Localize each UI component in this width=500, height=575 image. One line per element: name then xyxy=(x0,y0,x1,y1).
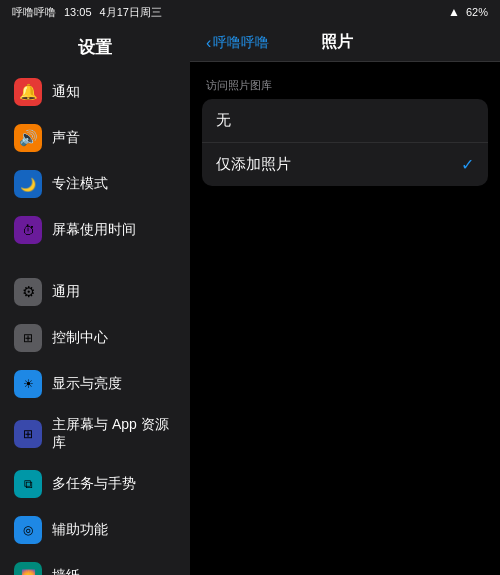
home-screen-label: 主屏幕与 App 资源库 xyxy=(52,416,176,452)
multitasking-label: 多任务与手势 xyxy=(52,475,176,493)
sidebar-item-focus[interactable]: 🌙 专注模式 xyxy=(0,161,190,207)
nav-title: 照片 xyxy=(321,32,353,53)
notifications-label: 通知 xyxy=(52,83,176,101)
wallpaper-label: 墙纸 xyxy=(52,567,176,575)
sidebar-item-control-center[interactable]: ⊞ 控制中心 xyxy=(0,315,190,361)
sidebar-title: 设置 xyxy=(0,24,190,69)
accessibility-icon: ◎ xyxy=(14,516,42,544)
nav-back-button[interactable]: ‹ 呼噜呼噜 xyxy=(206,34,269,52)
accessibility-label: 辅助功能 xyxy=(52,521,176,539)
wallpaper-icon: 🌄 xyxy=(14,562,42,575)
nav-back-label: 呼噜呼噜 xyxy=(213,34,269,52)
right-nav: ‹ 呼噜呼噜 照片 xyxy=(190,24,500,62)
option-add-only[interactable]: 仅添加照片 ✓ xyxy=(202,142,488,186)
sidebar-item-accessibility[interactable]: ◎ 辅助功能 xyxy=(0,507,190,553)
date-label: 4月17日周三 xyxy=(100,5,162,20)
chevron-left-icon: ‹ xyxy=(206,34,211,52)
sidebar-item-notifications[interactable]: 🔔 通知 xyxy=(0,69,190,115)
control-center-label: 控制中心 xyxy=(52,329,176,347)
notifications-icon: 🔔 xyxy=(14,78,42,106)
carrier-label: 呼噜呼噜 xyxy=(12,5,56,20)
checkmark-icon: ✓ xyxy=(461,155,474,174)
option-none-label: 无 xyxy=(216,111,231,130)
status-bar: 呼噜呼噜 13:05 4月17日周三 ▲ 62% xyxy=(0,0,500,24)
right-content: 访问照片图库 无 仅添加照片 ✓ xyxy=(190,62,500,202)
battery-label: 62% xyxy=(466,6,488,18)
sidebar-group-2: ⚙ 通用 ⊞ 控制中心 ☀ 显示与亮度 ⊞ 主屏幕与 App 资源库 ⧉ 多任务… xyxy=(0,269,190,575)
sidebar-item-wallpaper[interactable]: 🌄 墙纸 xyxy=(0,553,190,575)
home-screen-icon: ⊞ xyxy=(14,420,42,448)
sidebar-item-screen-time[interactable]: ⏱ 屏幕使用时间 xyxy=(0,207,190,253)
sidebar-item-sounds[interactable]: 🔊 声音 xyxy=(0,115,190,161)
focus-icon: 🌙 xyxy=(14,170,42,198)
sounds-icon: 🔊 xyxy=(14,124,42,152)
sounds-label: 声音 xyxy=(52,129,176,147)
sidebar: 设置 🔔 通知 🔊 声音 🌙 专注模式 ⏱ 屏幕使用时间 xyxy=(0,24,190,575)
display-icon: ☀ xyxy=(14,370,42,398)
option-group-photo-access: 无 仅添加照片 ✓ xyxy=(202,99,488,186)
screen-time-icon: ⏱ xyxy=(14,216,42,244)
option-add-only-label: 仅添加照片 xyxy=(216,155,291,174)
status-right: ▲ 62% xyxy=(448,5,488,19)
display-label: 显示与亮度 xyxy=(52,375,176,393)
screen-time-label: 屏幕使用时间 xyxy=(52,221,176,239)
section-label: 访问照片图库 xyxy=(202,78,488,93)
right-panel: ‹ 呼噜呼噜 照片 访问照片图库 无 仅添加照片 ✓ xyxy=(190,24,500,575)
main-layout: 设置 🔔 通知 🔊 声音 🌙 专注模式 ⏱ 屏幕使用时间 xyxy=(0,24,500,575)
multitasking-icon: ⧉ xyxy=(14,470,42,498)
sidebar-group-1: 🔔 通知 🔊 声音 🌙 专注模式 ⏱ 屏幕使用时间 xyxy=(0,69,190,253)
sidebar-item-home-screen[interactable]: ⊞ 主屏幕与 App 资源库 xyxy=(0,407,190,461)
sidebar-item-display[interactable]: ☀ 显示与亮度 xyxy=(0,361,190,407)
general-icon: ⚙ xyxy=(14,278,42,306)
general-label: 通用 xyxy=(52,283,176,301)
sidebar-item-multitasking[interactable]: ⧉ 多任务与手势 xyxy=(0,461,190,507)
sidebar-item-general[interactable]: ⚙ 通用 xyxy=(0,269,190,315)
control-center-icon: ⊞ xyxy=(14,324,42,352)
wifi-icon: ▲ xyxy=(448,5,460,19)
option-none[interactable]: 无 xyxy=(202,99,488,142)
status-left: 呼噜呼噜 13:05 4月17日周三 xyxy=(12,5,162,20)
time-label: 13:05 xyxy=(64,6,92,18)
focus-label: 专注模式 xyxy=(52,175,176,193)
